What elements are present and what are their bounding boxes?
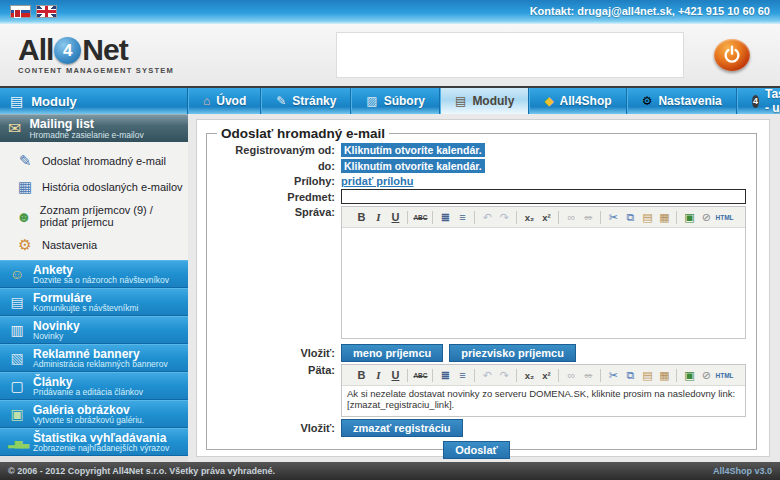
bold-icon[interactable]: B: [353, 209, 369, 225]
copy-icon[interactable]: ⧉: [622, 209, 638, 225]
insert-first-name-button[interactable]: meno príjemcu: [341, 344, 443, 362]
tab-modules[interactable]: ▤Moduly: [440, 88, 529, 114]
sidebar-item-news[interactable]: ▥NovinkyNovinky: [0, 316, 188, 344]
toolbar-separator: [676, 369, 677, 382]
redo-icon[interactable]: ↷: [496, 367, 512, 383]
compose-icon: ✎: [16, 152, 34, 170]
wrench-icon: ⚙: [16, 236, 34, 254]
delete-registration-button[interactable]: zmazať registráciu: [341, 419, 463, 437]
paste-icon[interactable]: ▤: [639, 367, 655, 383]
send-button[interactable]: Odoslať: [443, 441, 510, 459]
logout-power-button[interactable]: [714, 39, 750, 71]
tab-settings[interactable]: ⚙Nastavenia: [627, 88, 737, 114]
english-flag-icon[interactable]: [36, 5, 57, 18]
tab-label-shop: All4Shop: [560, 94, 612, 108]
link-icon[interactable]: ∞: [563, 367, 579, 383]
numbered-list-icon[interactable]: ≡: [454, 367, 470, 383]
paste-word-icon[interactable]: ▦: [656, 209, 672, 225]
files-icon: ▨: [366, 94, 377, 108]
add-attachment-link[interactable]: pridať prílohu: [341, 175, 414, 187]
sidebar-item-gallery[interactable]: ▣Galéria obrázkovVytvorte si obrázkovú g…: [0, 400, 188, 428]
tab-files[interactable]: ▨Súbory: [351, 88, 440, 114]
sidebar-item-polls[interactable]: ☺AnketyDozvite sa o názoroch návštevníko…: [0, 260, 188, 288]
tab-pages[interactable]: ✎Stránky: [261, 88, 351, 114]
toolbar-separator: [516, 369, 517, 382]
remove-format-icon[interactable]: ⊘: [698, 209, 714, 225]
redo-icon[interactable]: ↷: [496, 209, 512, 225]
tab-home[interactable]: ⌂Úvod: [188, 88, 261, 114]
sidebar-item-stats[interactable]: ▂▅▃Štatistika vyhľadávaniaZobrazenie naj…: [0, 428, 188, 456]
logo-text-net: Net: [82, 35, 127, 65]
submenu-item-wrench[interactable]: ⚙Nastavenia: [0, 232, 188, 258]
submenu-item-compose[interactable]: ✎Odoslať hromadný e-mail: [0, 148, 188, 174]
submenu-item-history[interactable]: ▦História odoslaných e-mailov: [0, 174, 188, 200]
numbered-list-icon[interactable]: ≡: [454, 209, 470, 225]
section-title: Reklamné bannery: [33, 348, 168, 360]
sidebar-item-banners[interactable]: ▧Reklamné banneryAdministrácia reklamnýc…: [0, 344, 188, 372]
html-icon[interactable]: HTML: [715, 209, 733, 225]
footer-editor-body[interactable]: Ak si nezelate dostavat novinky zo serve…: [342, 386, 745, 416]
underline-icon[interactable]: U: [387, 209, 403, 225]
sidebar-item-articles[interactable]: ▢ČlánkyPridávanie a editácia článkov: [0, 372, 188, 400]
strikethrough-icon[interactable]: ABC: [412, 367, 428, 383]
tab-label-settings: Nastavenia: [658, 94, 721, 108]
section-subtitle: Zobrazenie najhľadanejších výrazov: [33, 444, 169, 453]
subject-input[interactable]: [341, 189, 746, 204]
remove-format-icon[interactable]: ⊘: [698, 367, 714, 383]
subscript-icon[interactable]: x₂: [521, 367, 537, 383]
superscript-icon[interactable]: x²: [538, 367, 554, 383]
undo-icon[interactable]: ↶: [479, 367, 495, 383]
paste-icon[interactable]: ▤: [639, 209, 655, 225]
html-icon[interactable]: HTML: [715, 367, 733, 383]
footer-editor: BIUABC≣≡↶↷x₂x²∞∞✂⧉▤▦▣⊘HTML Ak si nezelat…: [341, 364, 746, 417]
toolbar-separator: [558, 211, 559, 224]
registered-from-label: Registrovaným od:: [213, 144, 341, 156]
toolbar-separator: [407, 369, 408, 382]
bullet-list-icon[interactable]: ≣: [437, 367, 453, 383]
superscript-icon[interactable]: x²: [538, 209, 554, 225]
paste-word-icon[interactable]: ▦: [656, 367, 672, 383]
subscript-icon[interactable]: x₂: [521, 209, 537, 225]
cut-icon[interactable]: ✂: [605, 209, 621, 225]
submenu-item-recipients[interactable]: ☻Zoznam príjemcov (9) / pridať príjemcu: [0, 200, 188, 232]
link-icon[interactable]: ∞: [563, 209, 579, 225]
main-navigation: ▤ Moduly ⌂Úvod✎Stránky▨Súbory▤Moduly◆All…: [0, 86, 780, 114]
section-title: Formuláre: [33, 292, 138, 304]
recipients-icon: ☻: [16, 208, 32, 225]
undo-icon[interactable]: ↶: [479, 209, 495, 225]
gallery-icon: ▣: [8, 406, 26, 422]
language-switcher: [10, 5, 57, 18]
insert-last-name-button[interactable]: priezvisko príjemcu: [449, 344, 576, 362]
italic-icon[interactable]: I: [370, 209, 386, 225]
cut-icon[interactable]: ✂: [605, 367, 621, 383]
sidebar-item-forms[interactable]: ▤FormuláreKomunikujte s návštevníkmi: [0, 288, 188, 316]
bold-icon[interactable]: B: [353, 367, 369, 383]
calendar-to-link[interactable]: Kliknutím otvoríte kalendár.: [341, 159, 485, 173]
image-icon[interactable]: ▣: [681, 367, 697, 383]
logo: All 4 Net CONTENT MANAGEMENT SYSTEM: [18, 35, 188, 75]
settings-icon: ⚙: [642, 94, 653, 108]
toolbar-separator: [474, 369, 475, 382]
tab-shop[interactable]: ◆All4Shop: [529, 88, 626, 114]
mailing-submenu: ✎Odoslať hromadný e-mail▦História odosla…: [0, 142, 188, 260]
stats-icon: ▂▅▃: [8, 437, 26, 448]
tab-taskman[interactable]: 4TaskMan - ukážka: [737, 88, 780, 114]
unlink-icon[interactable]: ∞: [580, 209, 596, 225]
articles-icon: ▢: [8, 378, 26, 394]
submenu-item-label: Zoznam príjemcov (9) / pridať príjemcu: [40, 204, 184, 228]
copy-icon[interactable]: ⧉: [622, 367, 638, 383]
italic-icon[interactable]: I: [370, 367, 386, 383]
message-editor-body[interactable]: [342, 228, 745, 338]
toolbar-separator: [516, 211, 517, 224]
banner-placeholder: [336, 32, 684, 78]
unlink-icon[interactable]: ∞: [580, 367, 596, 383]
underline-icon[interactable]: U: [387, 367, 403, 383]
slovak-flag-icon[interactable]: [10, 5, 31, 18]
image-icon[interactable]: ▣: [681, 209, 697, 225]
calendar-from-link[interactable]: Kliknutím otvoríte kalendár.: [341, 143, 485, 157]
history-icon: ▦: [16, 178, 34, 196]
strikethrough-icon[interactable]: ABC: [412, 209, 428, 225]
bullet-list-icon[interactable]: ≣: [437, 209, 453, 225]
send-mass-email-form: Odoslať hromadný e-mail Registrovaným od…: [206, 126, 757, 450]
sidebar-item-mailing-list[interactable]: ✉ Mailing list Hromadné zasielanie e-mai…: [0, 114, 188, 142]
